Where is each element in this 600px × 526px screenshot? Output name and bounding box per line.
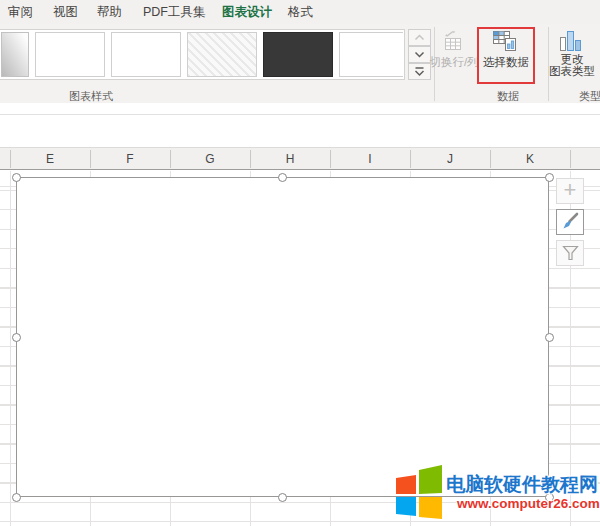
column-header-F[interactable]: F [90,152,170,166]
column-header-K[interactable]: K [490,152,570,166]
group-label-type: 类型 [566,89,600,104]
gallery-scroll-column [408,29,431,80]
chart-handle-top-middle[interactable] [278,173,287,182]
group-label-data: 数据 [484,89,532,104]
chart-canvas[interactable] [16,177,549,497]
gallery-scroll-down-button[interactable] [408,46,431,63]
column-divider [170,150,171,168]
column-header-E[interactable]: E [10,152,90,166]
plus-icon: + [564,180,577,200]
highlight-box [477,27,535,84]
chart-handle-top-left[interactable] [12,173,21,182]
chart-handle-top-right[interactable] [545,173,554,182]
change-chart-type-label-line1: 更改 [546,54,598,66]
brush-icon [560,212,580,232]
column-header-J[interactable]: J [410,152,490,166]
chart-style-thumbnail-3[interactable] [111,32,181,77]
column-header-H[interactable]: H [250,152,330,166]
column-divider [410,150,411,168]
chart-style-thumbnail-1[interactable] [1,32,29,77]
change-chart-type-label-line2: 图表类型 [546,66,598,78]
chart-handle-bottom-middle[interactable] [278,493,287,502]
windows-flag-logo [395,464,443,520]
watermark-site-name: 电脑软硬件教程网 [446,472,598,498]
watermark: 电脑软硬件教程网 www.computer26.com [395,461,600,523]
column-divider [90,150,91,168]
gallery-more-styles-button[interactable] [408,63,431,80]
chart-handle-middle-left[interactable] [12,333,21,342]
chart-filters-button[interactable] [556,240,584,266]
gallery-scroll-up-button[interactable] [408,29,431,46]
column-header-I[interactable]: I [330,152,410,166]
down-arrow-icon [414,51,425,58]
more-styles-icon [414,67,425,77]
chart-handle-bottom-left[interactable] [12,493,21,502]
chart-style-thumbnail-4[interactable] [187,32,257,77]
ribbon-tab-bar: 审阅 视图 帮助 PDF工具集 图表设计 格式 [0,0,600,24]
tab-view[interactable]: 视图 [53,4,78,21]
watermark-site-url: www.computer26.com [457,496,600,511]
ribbon-bottom-border [0,114,600,115]
chart-style-thumbnail-6[interactable] [339,32,403,77]
chart-elements-button[interactable]: + [556,178,584,204]
column-header-row: E F G H I J K [0,147,600,170]
up-arrow-icon [414,34,425,41]
tab-format[interactable]: 格式 [288,4,313,21]
funnel-icon [561,244,580,262]
column-divider [570,150,571,168]
group-label-chart-styles: 图表样式 [61,89,121,104]
column-divider [10,150,11,168]
column-divider [250,150,251,168]
chart-style-thumbnail-2[interactable] [35,32,105,77]
chart-handle-middle-right[interactable] [545,333,554,342]
column-divider [490,150,491,168]
switch-row-column-label: 切换行/列 [429,55,479,70]
tab-review[interactable]: 审阅 [8,4,33,21]
tab-pdf-tools[interactable]: PDF工具集 [143,4,206,21]
grid-swap-icon [440,30,465,53]
chart-style-thumbnail-5[interactable] [263,32,333,77]
ribbon: 切换行/列 选择数据 更改 图表类型 图表样式 数据 类型 [0,24,600,103]
tab-help[interactable]: 帮助 [97,4,122,21]
column-header-G[interactable]: G [170,152,250,166]
chart-styles-gallery [0,29,405,80]
column-divider [330,150,331,168]
chart-style-button[interactable] [556,209,584,235]
change-chart-type-icon [557,29,583,53]
